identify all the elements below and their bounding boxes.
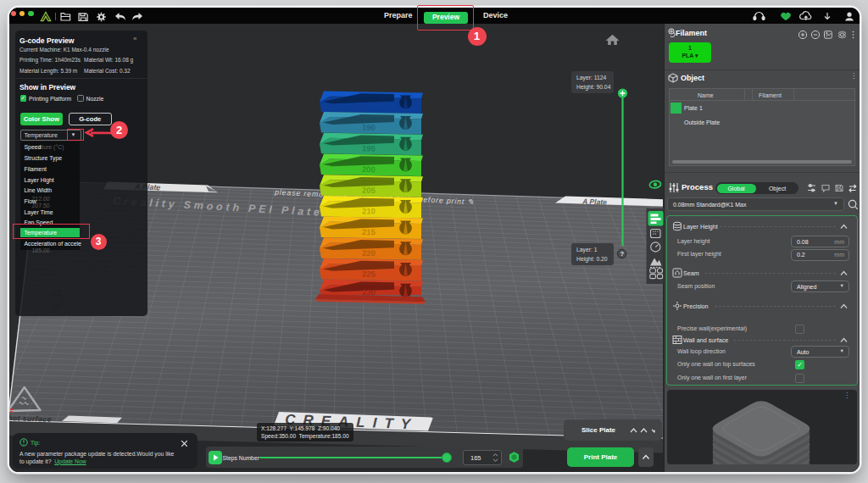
svg-text:195: 195 — [362, 143, 376, 153]
svg-text:205: 205 — [362, 186, 376, 195]
svg-text:210: 210 — [362, 206, 376, 215]
svg-text:220: 220 — [362, 248, 376, 258]
svg-text:Layer: 1124: Layer: 1124 — [576, 75, 607, 81]
svg-text:Height: 90.04: Height: 90.04 — [576, 84, 611, 91]
svg-text:hot surface: hot surface — [9, 414, 52, 424]
svg-text:Height: 0.20: Height: 0.20 — [576, 256, 608, 263]
svg-text:200: 200 — [362, 164, 376, 174]
svg-text:Layer: 1: Layer: 1 — [576, 247, 598, 253]
svg-text:225: 225 — [362, 269, 376, 279]
svg-text:190: 190 — [362, 123, 376, 132]
svg-text:215: 215 — [362, 227, 376, 236]
svg-text:?: ? — [620, 250, 624, 258]
svg-text:A Plate: A Plate — [581, 197, 607, 206]
